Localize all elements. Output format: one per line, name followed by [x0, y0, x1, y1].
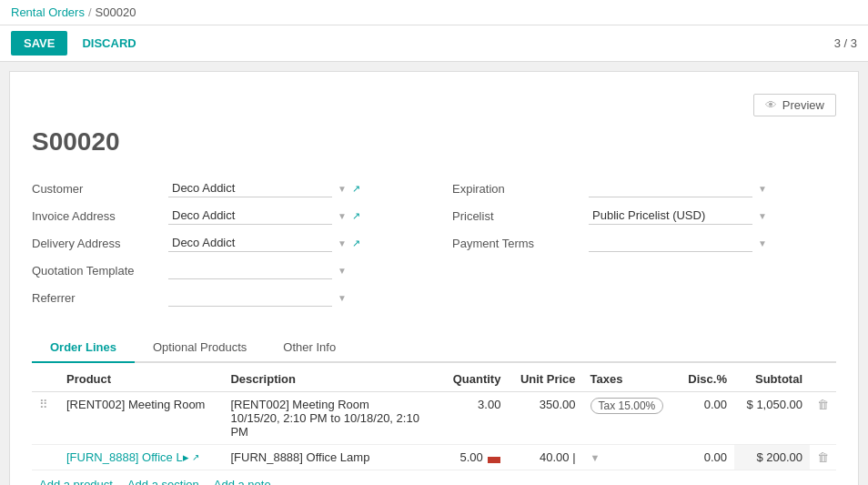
col-actions [810, 367, 836, 392]
delivery-address-external-link-icon[interactable]: ↗ [352, 237, 360, 249]
label-delivery-address: Delivery Address [32, 237, 168, 250]
col-taxes: Taxes [583, 367, 678, 392]
control-referrer: ▼ [168, 288, 416, 307]
add-product-link[interactable]: Add a product [39, 478, 113, 485]
expiration-input[interactable] [589, 179, 752, 197]
form-row-referrer: Referrer ▼ [32, 284, 416, 311]
pricelist-input[interactable] [589, 207, 752, 225]
description-cell-2: [FURN_8888] Office Lamp [223, 445, 440, 470]
disc-cell-2: 0.00 [677, 445, 734, 470]
breadcrumb-current: S00020 [96, 5, 136, 19]
disc-cell-1: 0.00 [677, 392, 734, 445]
control-payment-terms: ▼ [589, 234, 836, 252]
desc-line2-1: 10/15/20, 2:10 PM to 10/18/20, 2:10 [230, 411, 433, 425]
control-expiration: ▼ [589, 179, 836, 197]
drag-handle-icon[interactable]: ⠿ [39, 398, 48, 411]
pricelist-dropdown-icon[interactable]: ▼ [758, 211, 767, 221]
form-right: Expiration ▼ Pricelist ▼ Payment Terms [452, 175, 836, 311]
form-row-delivery-address: Delivery Address ▼ ↗ [32, 229, 416, 257]
desc-line3-1: PM [230, 425, 433, 439]
col-description: Description [223, 367, 440, 392]
form-row-customer: Customer ▼ ↗ [32, 175, 416, 202]
form-row-expiration: Expiration ▼ [452, 175, 836, 202]
product-link-2[interactable]: [FURN_8888] Office L▸ ↗ [66, 450, 216, 464]
customer-external-link-icon[interactable]: ↗ [352, 183, 360, 195]
invoice-address-external-link-icon[interactable]: ↗ [352, 210, 360, 222]
taxes-cell-2: ▼ [583, 445, 678, 470]
control-quotation-template: ▼ [168, 261, 416, 279]
delete-row-icon-2[interactable]: 🗑 [817, 450, 829, 464]
delete-cell-1[interactable]: 🗑 [810, 392, 836, 445]
label-pricelist: Pricelist [452, 209, 589, 223]
form-left: Customer ▼ ↗ Invoice Address ▼ ↗ Deliver… [32, 175, 416, 311]
add-note-link[interactable]: Add a note [214, 478, 271, 485]
document-title: S00020 [32, 127, 836, 157]
product-external-link-icon[interactable]: ↗ [192, 452, 199, 462]
customer-input[interactable] [168, 179, 332, 197]
payment-terms-dropdown-icon[interactable]: ▼ [758, 238, 767, 248]
tab-order-lines[interactable]: Order Lines [32, 333, 135, 363]
content-area: 👁 Preview S00020 Customer ▼ ↗ Invoice Ad… [9, 71, 859, 485]
tab-other-info[interactable]: Other Info [265, 333, 354, 363]
control-invoice-address: ▼ ↗ [168, 207, 416, 225]
toolbar: SAVE DISCARD 3 / 3 [0, 25, 868, 62]
quotation-template-dropdown-icon[interactable]: ▼ [338, 266, 347, 276]
label-payment-terms: Payment Terms [452, 237, 589, 250]
control-pricelist: ▼ [589, 207, 836, 225]
delete-cell-2[interactable]: 🗑 [810, 445, 836, 470]
preview-label: Preview [782, 98, 824, 112]
referrer-input[interactable] [168, 288, 332, 307]
form-row-quotation-template: Quotation Template ▼ [32, 257, 416, 284]
quotation-template-input[interactable] [168, 261, 332, 279]
label-invoice-address: Invoice Address [32, 209, 168, 223]
product-cell-1: [RENT002] Meeting Room [59, 392, 223, 445]
subtotal-cell-2: $ 200.00 [734, 445, 810, 470]
col-drag [32, 367, 59, 392]
form-row-invoice-address: Invoice Address ▼ ↗ [32, 202, 416, 229]
forecast-graph-icon [488, 454, 500, 463]
table-row: [FURN_8888] Office L▸ ↗ [FURN_8888] Offi… [32, 445, 836, 470]
expiration-dropdown-icon[interactable]: ▼ [758, 184, 767, 194]
add-section-link[interactable]: Add a section [127, 478, 199, 485]
preview-bar: 👁 Preview [32, 94, 836, 116]
drag-handle-cell-2 [32, 445, 59, 470]
breadcrumb-separator: / [88, 5, 92, 19]
breadcrumb-bar: Rental Orders / S00020 [0, 0, 868, 25]
eye-icon: 👁 [765, 98, 777, 112]
col-product: Product [59, 367, 223, 392]
tabs-section: Order Lines Optional Products Other Info… [32, 333, 836, 485]
control-customer: ▼ ↗ [168, 179, 416, 197]
preview-button[interactable]: 👁 Preview [753, 94, 836, 116]
form-row-payment-terms: Payment Terms ▼ [452, 229, 836, 257]
breadcrumb-parent[interactable]: Rental Orders [11, 5, 85, 19]
taxes-cell-1: Tax 15.00% [583, 392, 678, 445]
invoice-address-input[interactable] [168, 207, 332, 225]
delete-row-icon-1[interactable]: 🗑 [817, 398, 829, 411]
col-disc: Disc.% [677, 367, 734, 392]
tax-badge-1[interactable]: Tax 15.00% [590, 398, 664, 414]
save-button[interactable]: SAVE [11, 31, 67, 56]
discard-button[interactable]: DISCARD [75, 31, 143, 56]
quantity-cell-2: 5.00 [441, 445, 509, 470]
payment-terms-input[interactable] [589, 234, 752, 252]
add-links: Add a product Add a section Add a note [32, 470, 836, 485]
taxes-dropdown-2[interactable]: ▼ [590, 452, 601, 463]
invoice-address-dropdown-icon[interactable]: ▼ [338, 211, 347, 221]
desc-line1-1: [RENT002] Meeting Room [230, 398, 433, 411]
form-grid: Customer ▼ ↗ Invoice Address ▼ ↗ Deliver… [32, 175, 836, 311]
tab-optional-products[interactable]: Optional Products [135, 333, 265, 363]
referrer-dropdown-icon[interactable]: ▼ [338, 293, 347, 303]
description-cell-1: [RENT002] Meeting Room 10/15/20, 2:10 PM… [223, 392, 440, 445]
col-unit-price: Unit Price [508, 367, 582, 392]
unit-price-cell-1: 350.00 [508, 392, 582, 445]
drag-handle-cell[interactable]: ⠿ [32, 392, 59, 445]
customer-dropdown-icon[interactable]: ▼ [338, 184, 347, 194]
label-expiration: Expiration [452, 182, 589, 196]
product-name-1: [RENT002] Meeting Room [66, 398, 205, 411]
unit-price-cell-2: 40.00 | [508, 445, 582, 470]
breadcrumb: Rental Orders / S00020 [11, 5, 857, 19]
pager: 3 / 3 [834, 36, 857, 50]
delivery-address-dropdown-icon[interactable]: ▼ [338, 238, 347, 248]
label-referrer: Referrer [32, 291, 168, 305]
delivery-address-input[interactable] [168, 234, 332, 252]
